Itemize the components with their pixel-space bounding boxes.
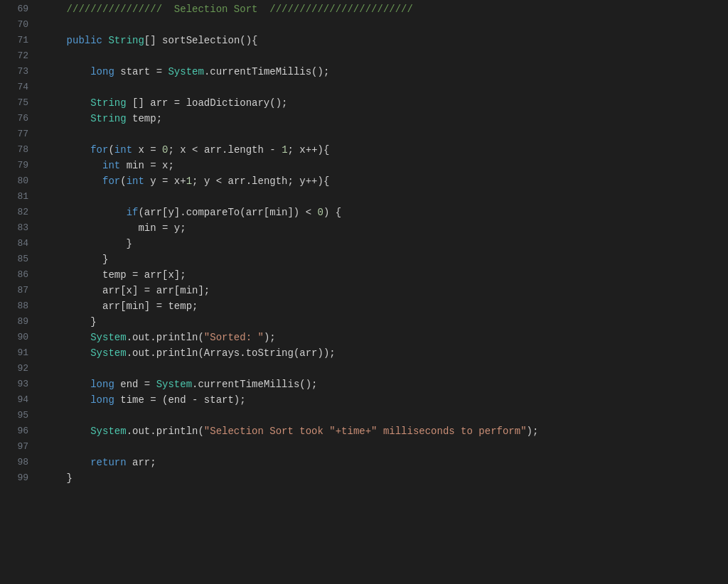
line-number: 75: [6, 95, 28, 111]
code-editor: 6970717273747576777879808182838485868788…: [0, 0, 728, 584]
code-line: long start = System.currentTimeMillis();: [43, 64, 728, 80]
line-number: 95: [6, 408, 28, 423]
code-line: [43, 48, 728, 64]
line-number: 79: [6, 158, 28, 173]
code-line: [43, 126, 728, 142]
line-number: 91: [6, 345, 28, 361]
code-line: arr[x] = arr[min];: [43, 283, 728, 298]
line-number: 70: [6, 17, 28, 33]
line-number: 76: [6, 111, 28, 126]
code-line: for(int x = 0; x < arr.length - 1; x++){: [43, 142, 728, 158]
line-number: 96: [6, 423, 28, 439]
code-line: String temp;: [43, 111, 728, 126]
code-line: }: [43, 236, 728, 252]
code-line: long end = System.currentTimeMillis();: [43, 377, 728, 392]
code-line: if(arr[y].compareTo(arr[min]) < 0) {: [43, 205, 728, 220]
line-number: 92: [6, 361, 28, 377]
code-line: System.out.println("Sorted: ");: [43, 330, 728, 345]
code-line: }: [43, 314, 728, 330]
code-line: for(int y = x+1; y < arr.length; y++){: [43, 173, 728, 189]
line-number: 73: [6, 64, 28, 80]
line-number: 88: [6, 298, 28, 314]
code-line: }: [43, 252, 728, 267]
line-number: 77: [6, 126, 28, 142]
code-line: return arr;: [43, 455, 728, 470]
line-number: 98: [6, 455, 28, 470]
line-numbers: 6970717273747576777879808182838485868788…: [0, 1, 37, 584]
line-number: 97: [6, 439, 28, 455]
line-number: 78: [6, 142, 28, 158]
line-number: 72: [6, 48, 28, 64]
code-line: [43, 80, 728, 95]
line-number: 99: [6, 470, 28, 486]
line-number: 94: [6, 392, 28, 408]
line-number: 83: [6, 220, 28, 236]
code-line: System.out.println("Selection Sort took …: [43, 423, 728, 439]
line-number: 89: [6, 314, 28, 330]
code-line: long time = (end - start);: [43, 392, 728, 408]
code-line: [43, 189, 728, 205]
code-line: [43, 439, 728, 455]
line-number: 81: [6, 189, 28, 205]
code-line: min = y;: [43, 220, 728, 236]
code-line: String [] arr = loadDictionary();: [43, 95, 728, 111]
code-line: temp = arr[x];: [43, 267, 728, 283]
code-line: [43, 17, 728, 33]
line-number: 74: [6, 80, 28, 95]
code-line: int min = x;: [43, 158, 728, 173]
line-number: 90: [6, 330, 28, 345]
code-line: //////////////// Selection Sort ////////…: [43, 1, 728, 17]
line-number: 69: [6, 1, 28, 17]
code-line: }: [43, 470, 728, 486]
line-number: 82: [6, 205, 28, 220]
line-number: 71: [6, 33, 28, 48]
code-line: [43, 408, 728, 423]
line-number: 93: [6, 377, 28, 392]
line-number: 87: [6, 283, 28, 298]
code-content[interactable]: //////////////// Selection Sort ////////…: [37, 1, 728, 584]
code-line: arr[min] = temp;: [43, 298, 728, 314]
code-line: public String[] sortSelection(){: [43, 33, 728, 48]
line-number: 84: [6, 236, 28, 252]
line-number: 86: [6, 267, 28, 283]
code-line: [43, 361, 728, 377]
code-line: System.out.println(Arrays.toString(arr))…: [43, 345, 728, 361]
line-number: 80: [6, 173, 28, 189]
line-number: 85: [6, 252, 28, 267]
